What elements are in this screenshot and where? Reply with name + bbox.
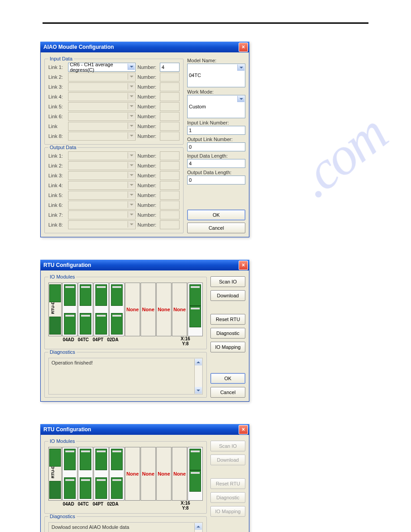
- diagnostic-button[interactable]: Diagnostic: [210, 328, 245, 339]
- number-label: Number:: [137, 163, 158, 168]
- module-label: 04TC: [76, 337, 90, 343]
- chevron-down-icon: [128, 64, 135, 70]
- io-module-xy[interactable]: [188, 447, 203, 501]
- number-label: Number:: [137, 124, 158, 129]
- diagnostics-group: Diagnostics Dowload second AIAO Module d…: [44, 516, 207, 532]
- io-module-empty[interactable]: None: [156, 447, 171, 501]
- io-module[interactable]: [62, 283, 77, 336]
- io-module-xy[interactable]: [188, 283, 203, 336]
- input-data-len-field[interactable]: 4: [187, 159, 245, 168]
- close-icon[interactable]: ×: [239, 43, 248, 52]
- link-select[interactable]: CR6 - CH1 average degress(C): [68, 63, 136, 72]
- io-module[interactable]: [94, 283, 109, 336]
- scroll-down-icon[interactable]: [195, 387, 202, 394]
- input-link-row: Link 3: Number:: [48, 82, 180, 91]
- output-data-len-field[interactable]: 0: [187, 176, 245, 184]
- input-data-legend: Input Data: [48, 56, 74, 61]
- io-module-empty[interactable]: None: [156, 283, 171, 336]
- chevron-down-icon: [128, 182, 135, 188]
- module-label: 04PT: [91, 502, 105, 507]
- scrollbar[interactable]: [194, 523, 202, 532]
- link-label: Link 8:: [48, 222, 66, 227]
- input-data-group: Input Data Link 1: CR6 - CH1 average deg…: [44, 59, 184, 145]
- ok-button[interactable]: OK: [210, 373, 245, 384]
- scroll-up-icon[interactable]: [195, 359, 202, 365]
- io-module[interactable]: [94, 447, 109, 501]
- io-module[interactable]: [109, 447, 124, 501]
- none-label: None: [142, 307, 154, 312]
- io-module-empty[interactable]: None: [172, 283, 187, 336]
- work-mode-select[interactable]: Custom: [187, 95, 245, 119]
- io-module[interactable]: [78, 283, 93, 336]
- io-module[interactable]: [109, 283, 124, 336]
- link-select: [68, 191, 136, 200]
- output-data-legend: Output Data: [48, 145, 77, 150]
- link-select: [68, 161, 136, 170]
- output-link-row: Link 6: Number:: [48, 201, 180, 210]
- chevron-down-icon: [128, 192, 135, 198]
- output-link-row: Link 5: Number:: [48, 191, 180, 200]
- model-name-select[interactable]: 04TC: [187, 64, 245, 87]
- diagnostics-legend: Diagnostics: [48, 349, 77, 355]
- scan-io-button[interactable]: Scan IO: [210, 276, 245, 287]
- input-link-num-label: Input Link Number:: [187, 120, 245, 125]
- dialog-title: RTU Configuration: [43, 426, 239, 433]
- input-link-row: Link 5: Number:: [48, 102, 180, 111]
- diagnostics-textbox: Dowload second AIAO Module data: [48, 522, 203, 532]
- close-icon[interactable]: ×: [239, 425, 248, 434]
- dialog-title: RTU Configuration: [43, 262, 239, 268]
- work-mode-label: Work Mode:: [187, 89, 245, 94]
- rtu-config-dialog-2: RTU Configuration × IO Modules RTU-DNETN…: [40, 424, 249, 532]
- io-module-empty[interactable]: None: [141, 283, 156, 336]
- close-icon[interactable]: ×: [239, 261, 248, 270]
- watermark: .com: [286, 103, 398, 210]
- titlebar[interactable]: AIAO Moudle Configuration ×: [40, 42, 249, 52]
- output-link-row: Link 3: Number:: [48, 171, 180, 180]
- rtu-head-module[interactable]: RTU-DNET: [48, 283, 62, 336]
- output-link-row: Link 2: Number:: [48, 161, 180, 170]
- io-modules-group: IO Modules RTU-DNETNoneNoneNoneNone 04AD…: [44, 441, 207, 514]
- chevron-down-icon: [128, 202, 135, 208]
- link-select: [68, 171, 136, 180]
- scrollbar[interactable]: [194, 359, 202, 394]
- link-label: Link 8:: [48, 133, 66, 139]
- chevron-down-icon: [128, 83, 135, 90]
- cancel-button[interactable]: Cancel: [187, 223, 245, 233]
- io-module-empty[interactable]: None: [172, 447, 187, 501]
- number-field: [160, 161, 180, 170]
- input-link-num-field[interactable]: 1: [187, 126, 245, 135]
- io-module[interactable]: [62, 447, 77, 501]
- none-label: None: [173, 471, 186, 476]
- link-label: Link 6:: [48, 202, 66, 208]
- diagnostics-textbox: Operation finished!: [48, 358, 203, 395]
- io-module[interactable]: [78, 447, 93, 501]
- io-module-empty[interactable]: None: [141, 447, 156, 501]
- rtu-head-module[interactable]: RTU-DNET: [48, 447, 62, 501]
- reset-rtu-button[interactable]: Reset RTU: [210, 314, 245, 325]
- link-select: [68, 132, 136, 141]
- io-module-empty[interactable]: None: [125, 447, 140, 501]
- xy-label: X:16Y:8: [178, 336, 193, 346]
- number-label: Number:: [137, 114, 158, 119]
- number-field: [160, 73, 180, 82]
- titlebar[interactable]: RTU Configuration ×: [40, 260, 249, 270]
- chevron-down-icon: [128, 152, 135, 159]
- number-label: Number:: [137, 74, 158, 80]
- output-link-num-field[interactable]: 0: [187, 142, 245, 151]
- scroll-up-icon[interactable]: [195, 523, 202, 530]
- titlebar[interactable]: RTU Configuration ×: [40, 424, 249, 435]
- link-label: Link: [48, 124, 66, 129]
- number-field[interactable]: 4: [160, 63, 180, 72]
- cancel-button[interactable]: Cancel: [210, 387, 245, 398]
- download-button[interactable]: Download: [210, 290, 245, 301]
- output-link-row: Link 8: Number:: [48, 220, 180, 229]
- none-label: None: [173, 307, 186, 312]
- io-mapping-button[interactable]: IO Mapping: [210, 342, 245, 352]
- io-module-empty[interactable]: None: [125, 283, 140, 336]
- ok-button[interactable]: OK: [187, 210, 245, 220]
- none-label: None: [158, 471, 170, 476]
- chevron-down-icon: [128, 162, 135, 168]
- chevron-down-icon: [128, 113, 135, 119]
- input-data-len-label: Input Data Length:: [187, 153, 245, 159]
- diagnostics-group: Diagnostics Operation finished!: [44, 352, 207, 398]
